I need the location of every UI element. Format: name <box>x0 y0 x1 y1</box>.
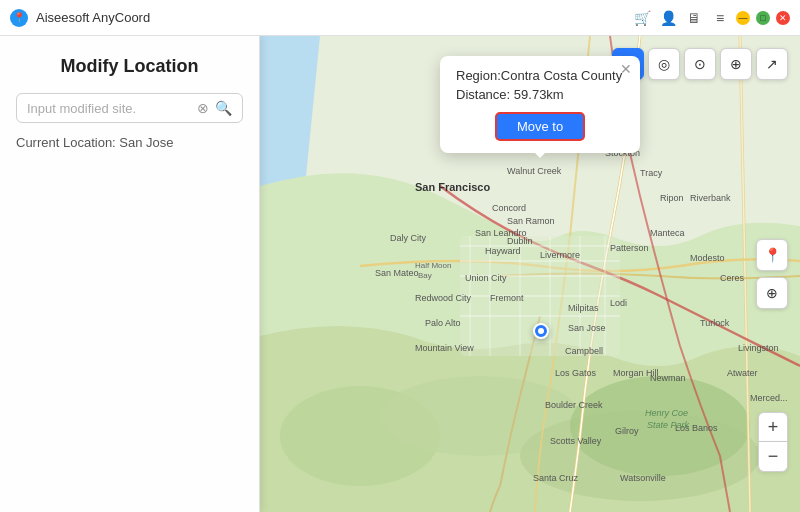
crosshair-control[interactable]: ⊕ <box>720 48 752 80</box>
pin-control[interactable]: ◎ <box>648 48 680 80</box>
svg-text:Daly City: Daly City <box>390 233 427 243</box>
close-button[interactable]: ✕ <box>776 11 790 25</box>
svg-text:Mountain View: Mountain View <box>415 343 474 353</box>
svg-text:Fremont: Fremont <box>490 293 524 303</box>
svg-text:Palo Alto: Palo Alto <box>425 318 461 328</box>
popup-close-button[interactable]: ✕ <box>620 62 632 76</box>
svg-text:Ripon: Ripon <box>660 193 684 203</box>
svg-text:Gilroy: Gilroy <box>615 426 639 436</box>
map-container[interactable]: San Francisco Daly City San Mateo Redwoo… <box>260 36 800 512</box>
user-icon[interactable]: 👤 <box>658 8 678 28</box>
app-title: Aiseesoft AnyCoord <box>36 10 632 25</box>
map-controls-right: 📍 ⊕ <box>756 239 788 309</box>
svg-text:Walnut Creek: Walnut Creek <box>507 166 562 176</box>
popup-region-value: Contra Costa County <box>501 68 622 83</box>
main-content: Modify Location Input modified site. ⊗ 🔍… <box>0 36 800 512</box>
popup-distance: Distance: 59.73km <box>456 87 624 102</box>
svg-text:Livermore: Livermore <box>540 250 580 260</box>
svg-text:Riverbank: Riverbank <box>690 193 731 203</box>
svg-text:Scotts Valley: Scotts Valley <box>550 436 602 446</box>
side-gps-control[interactable]: ⊕ <box>756 277 788 309</box>
svg-text:Watsonville: Watsonville <box>620 473 666 483</box>
svg-text:Livingston: Livingston <box>738 343 779 353</box>
svg-text:San Francisco: San Francisco <box>415 181 490 193</box>
svg-text:Ceres: Ceres <box>720 273 745 283</box>
svg-text:Union City: Union City <box>465 273 507 283</box>
svg-text:Henry Coe: Henry Coe <box>645 408 688 418</box>
map-popup: ✕ Region:Contra Costa County Distance: 5… <box>440 56 640 153</box>
svg-text:Boulder Creek: Boulder Creek <box>545 400 603 410</box>
search-icon[interactable]: 🔍 <box>215 100 232 116</box>
svg-text:Santa Cruz: Santa Cruz <box>533 473 579 483</box>
minimize-button[interactable]: — <box>736 11 750 25</box>
search-icons: ⊗ 🔍 <box>197 100 232 116</box>
zoom-in-button[interactable]: + <box>758 412 788 442</box>
svg-text:Milpitas: Milpitas <box>568 303 599 313</box>
svg-text:Concord: Concord <box>492 203 526 213</box>
svg-text:Turlock: Turlock <box>700 318 730 328</box>
svg-text:State Park: State Park <box>647 420 690 430</box>
zoom-controls: + − <box>758 412 788 472</box>
svg-text:Merced...: Merced... <box>750 393 788 403</box>
svg-text:Tracy: Tracy <box>640 168 663 178</box>
svg-text:Patterson: Patterson <box>610 243 649 253</box>
popup-distance-value: 59.73km <box>514 87 564 102</box>
window-controls: 🛒 👤 🖥 ≡ — □ ✕ <box>632 8 790 28</box>
cart-icon[interactable]: 🛒 <box>632 8 652 28</box>
svg-text:San Ramon: San Ramon <box>507 216 555 226</box>
title-bar: Aiseesoft AnyCoord 🛒 👤 🖥 ≡ — □ ✕ <box>0 0 800 36</box>
svg-text:Lodi: Lodi <box>610 298 627 308</box>
side-pin-control[interactable]: 📍 <box>756 239 788 271</box>
sidebar-title: Modify Location <box>16 56 243 77</box>
svg-text:Newman: Newman <box>650 373 686 383</box>
app-logo <box>10 9 28 27</box>
svg-text:Modesto: Modesto <box>690 253 725 263</box>
monitor-icon[interactable]: 🖥 <box>684 8 704 28</box>
search-placeholder: Input modified site. <box>27 101 197 116</box>
popup-region: Region:Contra Costa County <box>456 68 624 83</box>
route-control[interactable]: ⊙ <box>684 48 716 80</box>
current-location: Current Location: San Jose <box>16 135 243 150</box>
svg-text:Hayward: Hayward <box>485 246 521 256</box>
svg-text:Campbell: Campbell <box>565 346 603 356</box>
svg-text:Half Moon: Half Moon <box>415 261 451 270</box>
maximize-button[interactable]: □ <box>756 11 770 25</box>
move-to-button[interactable]: Move to <box>495 112 585 141</box>
search-box[interactable]: Input modified site. ⊗ 🔍 <box>16 93 243 123</box>
export-control[interactable]: ↗ <box>756 48 788 80</box>
zoom-out-button[interactable]: − <box>758 442 788 472</box>
svg-text:Manteca: Manteca <box>650 228 685 238</box>
svg-text:Bay: Bay <box>418 271 432 280</box>
svg-text:Dublin: Dublin <box>507 236 533 246</box>
svg-text:Atwater: Atwater <box>727 368 758 378</box>
svg-text:Redwood City: Redwood City <box>415 293 472 303</box>
clear-icon[interactable]: ⊗ <box>197 100 209 116</box>
svg-text:Los Gatos: Los Gatos <box>555 368 597 378</box>
menu-icon[interactable]: ≡ <box>710 8 730 28</box>
svg-text:San Mateo: San Mateo <box>375 268 419 278</box>
svg-text:San Jose: San Jose <box>568 323 606 333</box>
popup-distance-label: Distance: <box>456 87 510 102</box>
sidebar: Modify Location Input modified site. ⊗ 🔍… <box>0 36 260 512</box>
location-pin <box>533 323 549 339</box>
popup-region-label: Region: <box>456 68 501 83</box>
